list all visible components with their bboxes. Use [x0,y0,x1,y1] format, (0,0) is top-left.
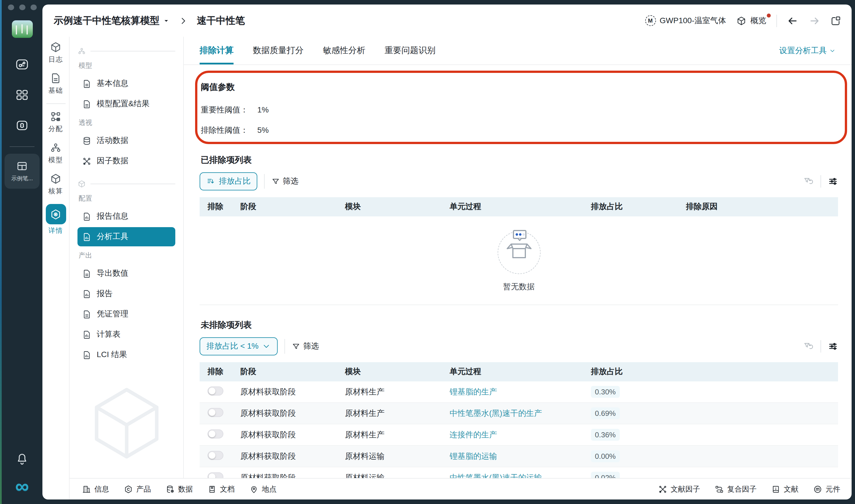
threshold-section: 阈值参数 重要性阈值： 1% 排除性阈值： 5% [199,65,838,147]
sidebar-group-output: 产出 [78,251,175,260]
back-button[interactable] [787,15,799,26]
footer-item-elements[interactable]: 元件 [813,484,840,494]
reset-filter-icon[interactable] [804,176,814,186]
sidebar-item-report-info[interactable]: 报告信息 [77,207,175,226]
details-active-box [46,204,66,224]
threshold-title: 阈值参数 [201,82,838,93]
rail-item-allocation[interactable]: 分配 [48,111,63,134]
cube-icon [50,173,62,185]
model-title-dropdown[interactable]: 示例速干中性笔核算模型 [54,14,170,27]
reset-filter-icon[interactable] [804,341,814,352]
sidebar-item-factor-data[interactable]: 因子数据 [77,151,175,170]
footer-item-locations[interactable]: 地点 [249,484,277,494]
forward-button[interactable] [809,15,820,26]
database-gear-icon [166,485,175,493]
app-logo[interactable] [12,20,33,38]
rail-divider [46,103,65,104]
sidebar-group-config: 配置 [78,194,175,203]
sidebar-item-calc-sheet[interactable]: 计算表 [77,325,175,344]
status-bar: 信息 产品 数据 文档 [70,478,852,500]
funnel-icon [272,177,280,186]
share-filter-dropdown[interactable]: 排放占比 < 1% [199,337,278,355]
factor-network-icon [82,156,92,166]
column-settings-icon[interactable] [828,341,838,352]
content-scroll-area[interactable]: 阈值参数 重要性阈值： 1% 排除性阈值： 5% [184,65,852,478]
footer-item-info[interactable]: 信息 [82,484,109,494]
impact-method-selector[interactable]: M GWP100-温室气体 [645,15,726,26]
apps-grid-icon[interactable] [11,84,33,106]
sidebar-item-export-values[interactable]: 导出数值 [77,264,175,283]
circled-m-icon [813,485,822,493]
sidebar-item-report[interactable]: 报告 [77,284,175,303]
sidebar-section-divider-model [77,47,175,55]
tab-data-quality[interactable]: 数据质量打分 [253,37,304,65]
open-external-icon[interactable] [830,15,841,26]
exclude-toggle[interactable] [208,451,223,460]
rail-item-basic[interactable]: 基础 [48,72,63,95]
sidebar-item-analysis-tools[interactable]: 分析工具 [77,227,175,246]
brand-infinity-logo[interactable]: ∞ [15,478,29,494]
unit-process-link[interactable]: 锂基脂的运输 [450,451,497,460]
unit-process-link[interactable]: 连接件的生产 [450,430,497,439]
footer-item-composite-factors[interactable]: 复合因子 [715,484,756,494]
factor-network-icon [658,485,667,493]
chevron-down-icon [829,47,836,54]
document-badge-icon [208,485,216,493]
empty-state-text: 暂无数据 [503,282,535,292]
importance-threshold-label: 重要性阈值： [201,105,248,115]
doc-chart-icon [82,212,92,221]
hierarchy-icon [77,47,86,55]
header-divider [777,14,777,27]
sidebar-item-lci-results[interactable]: LCI 结果 [77,345,175,364]
unit-process-link[interactable]: 中性笔墨水(黑)速干的生产 [450,408,542,417]
building-icon [82,485,91,493]
rail-item-logs[interactable]: 日志 [48,41,63,65]
sort-by-share-button[interactable]: 排放占比 [199,172,257,191]
unit-process-link[interactable]: 锂基脂的生产 [450,387,497,396]
excluded-list-title: 已排除项列表 [201,155,838,165]
notifications-bell-icon[interactable] [15,452,29,468]
sidebar-section-divider-config [77,180,175,188]
vault-icon[interactable] [11,115,33,136]
dock-item-active[interactable]: 示例笔... [4,154,39,189]
tab-key-issues[interactable]: 重要问题识别 [385,37,435,65]
exclude-toggle[interactable] [208,386,223,396]
rail-item-model[interactable]: 模型 [48,142,63,165]
overview-button[interactable]: 概览 [736,16,766,26]
share-icon[interactable] [11,54,33,75]
exclude-toggle[interactable] [208,429,223,438]
footer-item-product[interactable]: 产品 [124,484,151,494]
footer-item-docs[interactable]: 文档 [208,484,235,494]
app-content-window: 示例速干中性笔核算模型 速干中性笔 M GWP100-温室气体 概览 [42,4,852,500]
column-settings-icon[interactable] [828,176,838,186]
tab-sensitivity[interactable]: 敏感性分析 [323,37,365,65]
footer-item-literature[interactable]: 文献 [771,484,799,494]
sidebar-item-model-config[interactable]: 模型配置&结果 [77,94,175,113]
rail-item-details[interactable]: 详情 [46,204,66,236]
footer-item-literature-factors[interactable]: 文献因子 [658,484,700,494]
sidebar-item-basic-info[interactable]: 基本信息 [77,74,175,93]
hexagon-c-icon [124,485,133,493]
excluded-filter-button[interactable]: 筛选 [272,176,299,186]
importance-threshold-row: 重要性阈值： 1% [201,105,838,115]
not-excluded-filter-button[interactable]: 筛选 [292,341,319,352]
exclude-toggle[interactable] [208,472,223,478]
sort-icon [206,177,215,186]
method-icon: M [645,15,656,26]
sidebar-item-voucher-management[interactable]: 凭证管理 [77,305,175,324]
configure-analysis-tools-link[interactable]: 设置分析工具 [779,46,836,56]
hexagon-detail-icon [50,208,62,220]
traffic-lights[interactable] [7,4,36,10]
exclude-toggle[interactable] [208,408,223,417]
overview-label: 概览 [750,16,766,26]
footer-item-data[interactable]: 数据 [166,484,193,494]
share-badge: 0.00% [591,450,620,462]
cube-icon [50,41,62,53]
app-window: 示例笔... ∞ 示例速干中性笔核算模型 速干中性笔 M GWP100-温室 [0,0,855,504]
tab-exclusion-calc[interactable]: 排除计算 [199,37,233,65]
sidebar-item-activity-data[interactable]: 活动数据 [77,131,175,150]
share-badge: 0.69% [591,408,620,419]
importance-threshold-value: 1% [257,105,268,115]
rail-item-accounting[interactable]: 核算 [48,173,63,196]
unit-process-link[interactable]: 中性笔墨水(黑)速干的运输 [450,473,542,478]
